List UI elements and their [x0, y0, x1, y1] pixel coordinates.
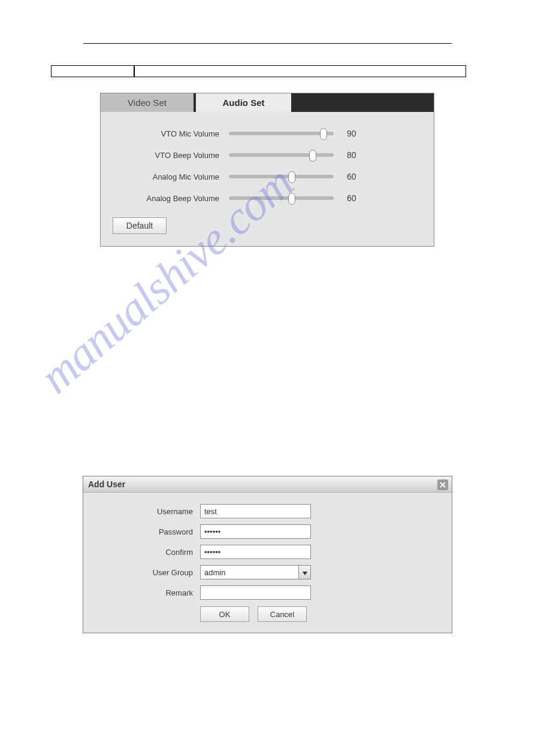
confirm-label: Confirm	[83, 548, 200, 557]
confirm-field[interactable]	[200, 545, 311, 559]
slider-track[interactable]	[229, 175, 334, 178]
password-label: Password	[83, 527, 200, 536]
close-icon	[440, 480, 446, 490]
slider-track[interactable]	[229, 196, 334, 200]
table-cell	[134, 65, 466, 77]
add-user-dialog: Add User Username Password Confirm User …	[83, 476, 452, 633]
remark-label: Remark	[83, 588, 200, 597]
slider-row: Analog Beep Volume60	[115, 187, 419, 209]
close-button[interactable]	[437, 479, 448, 490]
default-button[interactable]: Default	[113, 217, 167, 234]
slider-row: VTO Beep Volume80	[115, 144, 419, 166]
slider-area: VTO Mic Volume90VTO Beep Volume80Analog …	[101, 112, 434, 209]
slider-label: Analog Beep Volume	[115, 194, 229, 203]
user-group-value: admin	[204, 568, 225, 577]
slider-row: VTO Mic Volume90	[115, 123, 419, 144]
horizontal-rule	[83, 43, 452, 44]
slider-value: 90	[334, 129, 364, 138]
cancel-button[interactable]: Cancel	[258, 606, 307, 622]
empty-parameter-table	[51, 65, 466, 77]
username-label: Username	[83, 507, 200, 516]
slider-value: 60	[334, 172, 364, 181]
dialog-title: Add User	[88, 479, 125, 489]
slider-label: Analog Mic Volume	[115, 172, 229, 181]
tab-video-set[interactable]: Video Set	[101, 93, 194, 112]
slider-thumb[interactable]	[288, 171, 295, 183]
tab-bar: Video Set Audio Set	[101, 93, 434, 112]
slider-thumb[interactable]	[309, 150, 316, 162]
slider-value: 60	[334, 193, 364, 203]
table-cell	[51, 65, 134, 77]
slider-label: VTO Mic Volume	[115, 129, 229, 138]
slider-row: Analog Mic Volume60	[115, 166, 419, 187]
slider-label: VTO Beep Volume	[115, 151, 229, 160]
password-field[interactable]	[200, 524, 311, 539]
user-group-select[interactable]: admin	[200, 565, 311, 579]
remark-field[interactable]	[200, 585, 311, 600]
slider-track[interactable]	[229, 132, 334, 135]
dialog-title-bar: Add User	[83, 476, 452, 493]
dropdown-button[interactable]	[298, 566, 310, 579]
slider-value: 80	[334, 150, 364, 160]
dialog-body: Username Password Confirm User Group adm…	[83, 493, 452, 622]
slider-thumb[interactable]	[288, 193, 295, 205]
tab-audio-set[interactable]: Audio Set	[194, 93, 291, 112]
chevron-down-icon	[303, 568, 307, 577]
user-group-label: User Group	[83, 568, 200, 577]
ok-button[interactable]: OK	[200, 606, 249, 622]
slider-track[interactable]	[229, 153, 334, 157]
username-field[interactable]	[200, 504, 311, 518]
audio-set-panel: Video Set Audio Set VTO Mic Volume90VTO …	[100, 93, 434, 247]
slider-thumb[interactable]	[320, 128, 327, 140]
